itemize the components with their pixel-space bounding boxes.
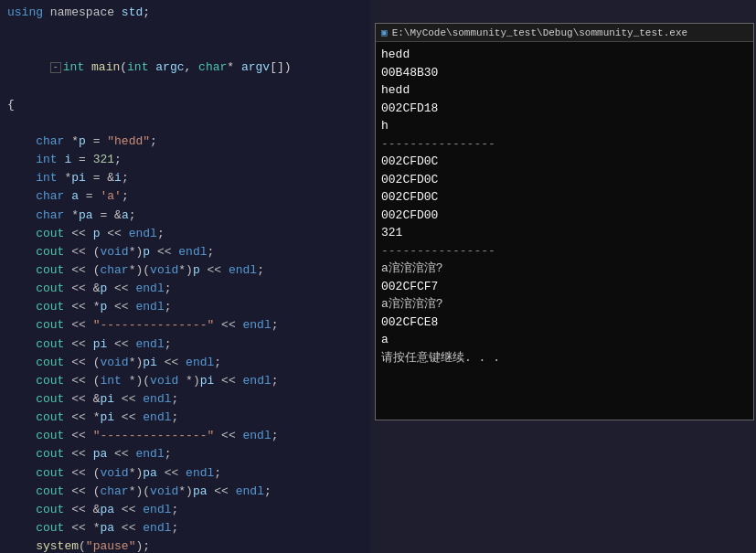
code-editor: using namespace std; -int main(int argc,… — [0, 0, 370, 553]
terminal-line-10: 002CFD00 — [381, 207, 748, 225]
code-line-16: cout << "---------------" << endl; — [0, 316, 370, 335]
code-line-9: char a = 'a'; — [0, 187, 370, 206]
code-line-21: cout << *pi << endl; — [0, 409, 370, 427]
code-line-20: cout << &pi << endl; — [0, 390, 370, 409]
terminal-line-14: 002CFCF7 — [381, 278, 748, 296]
terminal-title: E:\MyCode\sommunity_test\Debug\sommunity… — [392, 27, 687, 38]
terminal-line-17: a — [381, 331, 748, 349]
terminal-line-2: 00B48B30 — [381, 64, 748, 82]
terminal-line-1: hedd — [381, 46, 748, 64]
terminal-window: ▣ E:\MyCode\sommunity_test\Debug\sommuni… — [375, 23, 754, 420]
code-line-24: cout << (void*)pa << endl; — [0, 464, 370, 483]
code-line-23: cout << pa << endl; — [0, 445, 370, 463]
code-line-1: using namespace std; — [0, 4, 370, 22]
code-line-28: system("pause"); — [0, 537, 370, 553]
code-line-12: cout << (void*)p << endl; — [0, 243, 370, 261]
code-line-14: cout << &p << endl; — [0, 280, 370, 298]
terminal-line-9: 002CFD0C — [381, 188, 748, 207]
code-line-11: cout << p << endl; — [0, 225, 370, 243]
terminal-icon: ▣ — [381, 27, 388, 38]
code-line-17: cout << pi << endl; — [0, 335, 370, 354]
code-line-27: cout << *pa << endl; — [0, 519, 370, 537]
terminal-line-12: ---------------- — [381, 242, 748, 261]
terminal-line-18: 请按任意键继续. . . — [381, 349, 748, 367]
code-line-22: cout << "---------------" << endl; — [0, 427, 370, 445]
terminal-line-8: 002CFD0C — [381, 171, 748, 189]
code-line-26: cout << &pa << endl; — [0, 501, 370, 519]
terminal-titlebar: ▣ E:\MyCode\sommunity_test\Debug\sommuni… — [376, 24, 753, 42]
code-line-6: char *p = "hedd"; — [0, 133, 370, 151]
code-line-10: char *pa = &a; — [0, 207, 370, 225]
terminal-output: hedd 00B48B30 hedd 002CFD18 h ----------… — [376, 42, 753, 420]
code-line-13: cout << (char*)(void*)p << endl; — [0, 261, 370, 280]
code-line-25: cout << (char*)(void*)pa << endl; — [0, 483, 370, 501]
code-line-7: int i = 321; — [0, 151, 370, 169]
code-line-3: -int main(int argc, char* argv[]) — [0, 40, 370, 95]
code-line-15: cout << *p << endl; — [0, 298, 370, 316]
terminal-line-11: 321 — [381, 224, 748, 242]
code-line-2 — [0, 22, 370, 40]
terminal-line-13: a涫涫涫涫? — [381, 260, 748, 278]
terminal-line-15: a涫涫涫涫? — [381, 295, 748, 314]
terminal-line-3: hedd — [381, 81, 748, 100]
collapse-button[interactable]: - — [50, 62, 61, 73]
terminal-line-4: 002CFD18 — [381, 100, 748, 118]
code-line-8: int *pi = &i; — [0, 169, 370, 187]
code-line-5 — [0, 114, 370, 133]
code-line-4: { — [0, 96, 370, 114]
code-line-18: cout << (void*)pi << endl; — [0, 354, 370, 372]
terminal-line-6: ---------------- — [381, 135, 748, 154]
code-line-19: cout << (int *)(void *)pi << endl; — [0, 372, 370, 390]
terminal-line-16: 002CFCE8 — [381, 314, 748, 332]
terminal-line-7: 002CFD0C — [381, 153, 748, 171]
terminal-line-5: h — [381, 117, 748, 135]
